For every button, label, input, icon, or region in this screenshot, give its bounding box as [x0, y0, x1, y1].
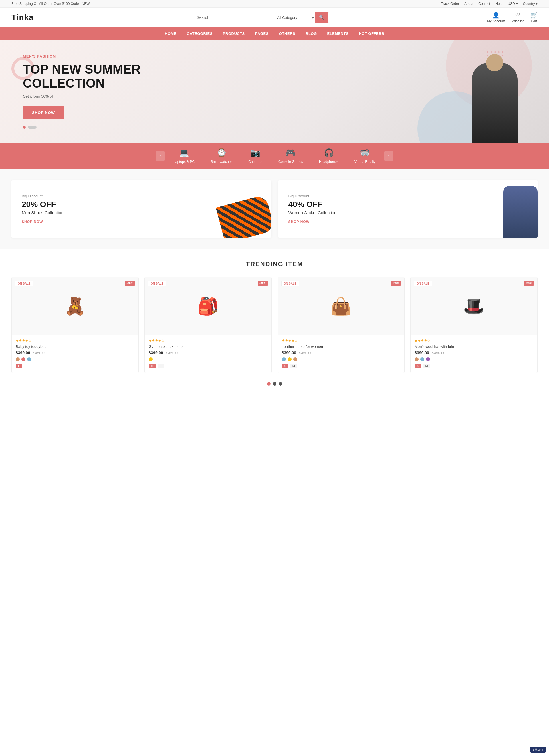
nav-pages[interactable]: PAGES: [255, 31, 269, 36]
nav-blog[interactable]: BLOG: [305, 31, 317, 36]
color-swatch[interactable]: [293, 357, 297, 361]
pagination-dot-1[interactable]: [267, 382, 271, 386]
product-card-teddy: ON SALE -30% 🧸 ★★★★☆ Baby toy teddybear …: [11, 277, 139, 373]
product-price-1: $399.00 $450.00: [149, 350, 268, 355]
category-vr[interactable]: 🥽 Virtual Reality: [354, 148, 376, 164]
hero-cta-button[interactable]: SHOP NOW: [23, 106, 64, 119]
my-account-link[interactable]: 👤 My Account: [487, 12, 505, 23]
size-tag[interactable]: M: [149, 364, 156, 368]
size-tag[interactable]: S: [414, 364, 421, 368]
color-swatch[interactable]: [414, 357, 418, 361]
promo-jacket-cta[interactable]: SHOP NOW: [288, 220, 309, 224]
hero-dot-2[interactable]: [28, 126, 37, 129]
nav-others[interactable]: OTHERS: [279, 31, 295, 36]
console-icon: 🎮: [285, 148, 295, 157]
headphones-icon: 🎧: [324, 148, 334, 157]
color-swatch[interactable]: [27, 357, 31, 361]
product-info-3: ★★★★☆ Men's wool hat with brim $399.00 $…: [410, 335, 537, 373]
category-prev-button[interactable]: ‹: [156, 151, 165, 161]
trending-title: TRENDING ITEM: [11, 260, 538, 268]
category-headphones-label: Headphones: [319, 160, 338, 164]
product-card-hat: ON SALE -30% 🎩 ADD TO CART ★★★★☆ Men's w…: [410, 277, 538, 373]
hero-banner: MEN'S FASHION TOP NEW SUMMER COLLECTION …: [0, 40, 549, 143]
currency-selector[interactable]: USD ▾: [507, 2, 518, 6]
pagination-dot-3[interactable]: [278, 382, 282, 386]
product-stars-1: ★★★★☆: [149, 339, 268, 343]
color-swatch[interactable]: [21, 357, 25, 361]
nav-hot-offers[interactable]: HOT OFFERS: [359, 31, 384, 36]
product-card-backpack: ON SALE -30% 🎒 ★★★★☆ Gym backpack mens $…: [145, 277, 272, 373]
category-headphones[interactable]: 🎧 Headphones: [319, 148, 338, 164]
top-bar-links: Track Order About Contact Help USD ▾ Cou…: [441, 2, 538, 6]
pagination-dot-2[interactable]: [273, 382, 276, 386]
color-swatch[interactable]: [420, 357, 424, 361]
promo-jacket-content: Big Discount 40% OFF Women Jacket Collec…: [288, 194, 337, 224]
search-input[interactable]: [192, 12, 272, 23]
product-sizes-1: M L: [149, 364, 268, 368]
product-name-2: Leather purse for women: [282, 344, 400, 349]
product-discount-2: -30%: [391, 281, 401, 286]
cart-link[interactable]: 🛒 Cart: [530, 12, 538, 23]
hero-dot-active[interactable]: [23, 126, 26, 129]
product-name-1: Gym backpack mens: [149, 344, 268, 349]
color-swatch[interactable]: [287, 357, 291, 361]
category-cameras[interactable]: 📷 Cameras: [248, 148, 263, 164]
category-laptops[interactable]: 💻 Laptops & PC: [173, 148, 195, 164]
size-tag[interactable]: L: [158, 364, 164, 368]
wishlist-link[interactable]: ♡ Wishlist: [512, 12, 524, 23]
promo-shoes-image: [220, 180, 271, 238]
nav-home[interactable]: HOME: [165, 31, 177, 36]
category-console-label: Console Games: [278, 160, 303, 164]
category-next-button[interactable]: ›: [384, 151, 393, 161]
category-smartwatches-label: Smartwatches: [211, 160, 232, 164]
size-tag[interactable]: M: [423, 364, 430, 368]
color-swatch[interactable]: [149, 357, 153, 361]
product-stars-3: ★★★★☆: [414, 339, 533, 343]
color-swatch[interactable]: [426, 357, 430, 361]
product-badge-2: ON SALE: [281, 281, 299, 286]
search-button[interactable]: 🔍: [315, 12, 328, 23]
size-tag[interactable]: S: [282, 364, 288, 368]
promo-shoes-percent: 20% OFF: [22, 200, 64, 209]
track-order-link[interactable]: Track Order: [441, 2, 459, 6]
category-select[interactable]: All Category: [272, 12, 315, 23]
promo-text: Free Shipping On All Order Over $100 Cod…: [11, 2, 90, 6]
promo-jacket-image: [503, 180, 538, 238]
product-name-0: Baby toy teddybear: [16, 344, 135, 349]
product-sizes-3: S M: [414, 364, 533, 368]
promo-jacket-desc: Women Jacket Collection: [288, 210, 337, 215]
color-swatch[interactable]: [282, 357, 286, 361]
product-discount-3: -30%: [524, 281, 534, 286]
vr-icon: 🥽: [360, 148, 370, 157]
wishlist-icon: ♡: [515, 12, 520, 19]
hero-pagination: [23, 126, 143, 129]
nav-categories[interactable]: CATEGORIES: [187, 31, 213, 36]
product-badge-3: ON SALE: [414, 281, 432, 286]
product-pagination: [11, 382, 538, 386]
color-swatch[interactable]: [16, 357, 20, 361]
product-discount-0: -30%: [125, 281, 135, 286]
contact-link[interactable]: Contact: [478, 2, 490, 6]
help-link[interactable]: Help: [495, 2, 503, 6]
promo-card-jacket: Big Discount 40% OFF Women Jacket Collec…: [278, 180, 538, 238]
camera-icon: 📷: [250, 148, 260, 157]
about-link[interactable]: About: [464, 2, 473, 6]
country-selector[interactable]: Country ▾: [523, 2, 538, 6]
account-label: My Account: [487, 19, 505, 23]
size-tag[interactable]: L: [16, 364, 22, 368]
nav-elements[interactable]: ELEMENTS: [327, 31, 349, 36]
product-colors-1: [149, 357, 268, 361]
product-sizes-2: S M: [282, 364, 400, 368]
nav-products[interactable]: PRODUCTS: [223, 31, 245, 36]
cart-icon: 🛒: [530, 12, 538, 19]
smartwatch-icon: ⌚: [217, 148, 227, 157]
logo[interactable]: Tinka: [11, 13, 34, 22]
product-info-2: ★★★★☆ Leather purse for women $399.00 $4…: [278, 335, 404, 373]
category-cameras-label: Cameras: [248, 160, 263, 164]
product-grid: ON SALE -30% 🧸 ★★★★☆ Baby toy teddybear …: [11, 277, 538, 373]
size-tag[interactable]: M: [290, 364, 297, 368]
product-badge-1: ON SALE: [148, 281, 166, 286]
category-console-games[interactable]: 🎮 Console Games: [278, 148, 303, 164]
category-smartwatches[interactable]: ⌚ Smartwatches: [211, 148, 232, 164]
promo-shoes-cta[interactable]: SHOP NOW: [22, 220, 43, 224]
